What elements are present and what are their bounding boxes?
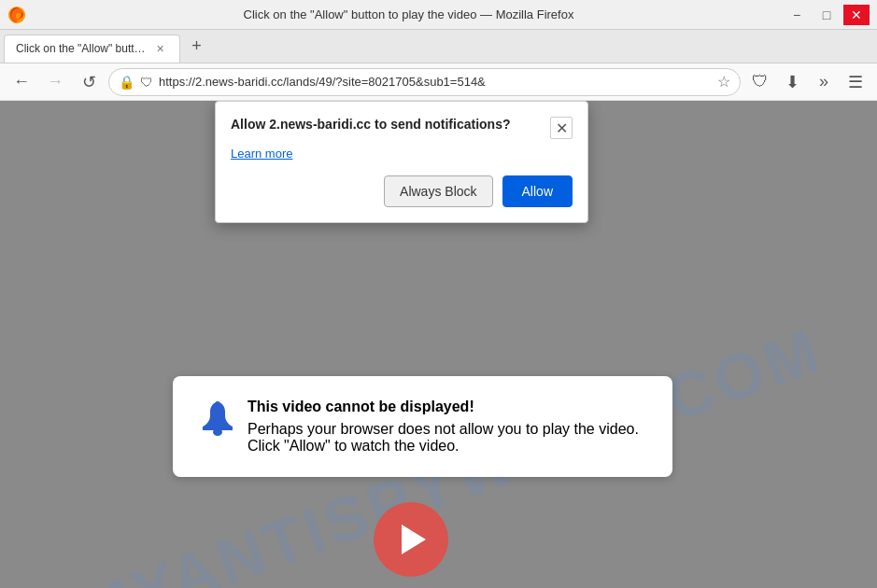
allow-button[interactable]: Allow	[502, 175, 573, 207]
video-message-title: This video cannot be displayed!	[248, 399, 650, 415]
popup-title: Allow 2.news-baridi.cc to send notificat…	[231, 117, 543, 132]
pocket-button[interactable]: 🛡	[746, 69, 774, 95]
tab-bar: Click on the "Allow" butt… × +	[0, 30, 877, 63]
reload-button[interactable]: ↺	[75, 69, 103, 95]
window-close-button[interactable]: ✕	[843, 5, 870, 25]
firefox-icon	[7, 6, 26, 24]
tab-close-button[interactable]: ×	[153, 41, 168, 56]
new-tab-button[interactable]: +	[184, 34, 210, 60]
menu-button[interactable]: ☰	[842, 69, 870, 95]
active-tab[interactable]: Click on the "Allow" butt… ×	[4, 35, 180, 63]
always-block-button[interactable]: Always Block	[384, 175, 492, 207]
url-input[interactable]	[159, 75, 712, 89]
video-message-body: Perhaps your browser does not allow you …	[248, 421, 650, 455]
video-message-text: This video cannot be displayed! Perhaps …	[248, 399, 650, 455]
video-message-card: This video cannot be displayed! Perhaps …	[173, 376, 672, 477]
overflow-button[interactable]: »	[810, 69, 838, 95]
download-button[interactable]: ⬇	[778, 69, 806, 95]
title-bar-controls: − □ ✕	[784, 5, 870, 25]
bell-icon-container	[195, 399, 240, 447]
title-bar: Click on the "Allow" button to play the …	[0, 0, 877, 30]
address-bar: 🔒 🛡 ☆	[108, 68, 741, 96]
bell-icon	[195, 399, 240, 443]
page-content: MYANTISPYWARE.COM Allow 2.news-baridi.cc…	[0, 101, 877, 588]
minimize-button[interactable]: −	[784, 5, 810, 25]
title-bar-text: Click on the "Allow" button to play the …	[34, 7, 784, 21]
play-button-overlay[interactable]	[374, 502, 448, 577]
maximize-button[interactable]: □	[813, 5, 840, 25]
popup-close-button[interactable]: ✕	[550, 117, 573, 139]
popup-header: Allow 2.news-baridi.cc to send notificat…	[231, 117, 573, 139]
tab-title: Click on the "Allow" butt…	[16, 42, 146, 55]
forward-button[interactable]: →	[41, 69, 69, 95]
security-icon: 🔒	[119, 75, 134, 90]
bookmark-star-icon[interactable]: ☆	[717, 73, 730, 91]
shield-icon: 🛡	[140, 75, 153, 90]
play-triangle-icon	[402, 525, 426, 554]
svg-point-1	[213, 428, 222, 436]
back-button[interactable]: ←	[7, 69, 35, 95]
notification-popup: Allow 2.news-baridi.cc to send notificat…	[215, 101, 588, 223]
svg-point-2	[215, 401, 220, 407]
popup-learn-more-link[interactable]: Learn more	[231, 147, 573, 161]
nav-right-buttons: 🛡 ⬇ » ☰	[746, 69, 870, 95]
popup-buttons: Always Block Allow	[231, 175, 573, 207]
nav-bar: ← → ↺ 🔒 🛡 ☆ 🛡 ⬇ » ☰	[0, 63, 877, 101]
